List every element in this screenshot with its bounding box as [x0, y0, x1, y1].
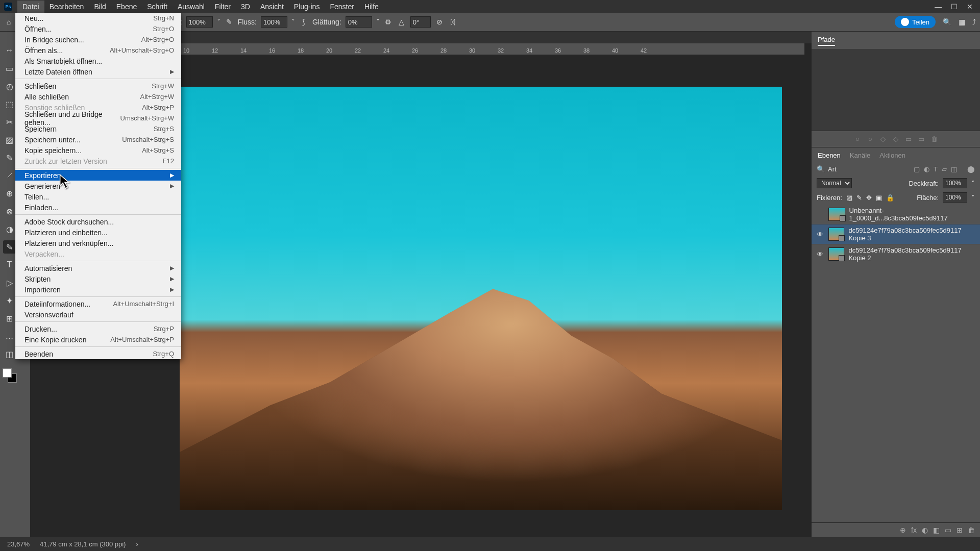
filter-smart-icon[interactable]: ◫	[951, 165, 957, 173]
layer-footer-icon[interactable]: ⊕	[900, 526, 906, 534]
menu-item-speichern-unter[interactable]: Speichern unter...Umschalt+Strg+S	[15, 134, 181, 145]
menu-fenster[interactable]: Fenster	[325, 1, 359, 13]
export-icon[interactable]: ⤴	[972, 18, 976, 26]
menu-item-versionsverlauf[interactable]: Versionsverlauf	[15, 309, 181, 320]
menu-item-skripten[interactable]: Skripten▶	[15, 273, 181, 284]
lock-transparency-icon[interactable]: ▨	[846, 194, 852, 202]
fill-dropdown-icon[interactable]: ˅	[971, 194, 975, 202]
search-icon[interactable]: 🔍	[943, 18, 951, 26]
menu-bearbeiten[interactable]: Bearbeiten	[44, 1, 89, 13]
tool-12[interactable]: T	[3, 258, 16, 271]
filter-pixel-icon[interactable]: ▢	[914, 165, 920, 173]
close-button[interactable]: ✕	[967, 3, 973, 11]
menu-item-speichern[interactable]: SpeichernStrg+S	[15, 123, 181, 134]
smoothing-dropdown-icon[interactable]: ˅	[376, 18, 380, 26]
menu-schrift[interactable]: Schrift	[142, 1, 173, 13]
menu-item-ffnen[interactable]: Öffnen...Strg+O	[15, 23, 181, 34]
menu-ebene[interactable]: Ebene	[111, 1, 142, 13]
menu-item-beenden[interactable]: BeendenStrg+Q	[15, 348, 181, 359]
layer-footer-icon[interactable]: ▭	[945, 526, 951, 534]
flow-input[interactable]	[261, 16, 287, 28]
menu-filter[interactable]: Filter	[210, 1, 236, 13]
opacity-dropdown-icon[interactable]: ˅	[217, 18, 220, 26]
filter-type-icon[interactable]: T	[934, 165, 938, 173]
menu-item-neu[interactable]: Neu...Strg+N	[15, 13, 181, 23]
angle-input[interactable]	[410, 16, 431, 28]
tool-16[interactable]: …	[3, 330, 16, 343]
menu-datei[interactable]: Datei	[17, 1, 44, 13]
tab-kanäle[interactable]: Kanäle	[850, 152, 870, 159]
menu-item-dateiinformationen[interactable]: Dateiinformationen...Alt+Umschalt+Strg+I	[15, 298, 181, 309]
layer-footer-icon[interactable]: ◧	[933, 526, 940, 534]
tool-8[interactable]: ⊕	[3, 187, 16, 200]
tool-15[interactable]: ⊞	[3, 312, 16, 325]
tool-7[interactable]: ⟋	[3, 169, 16, 182]
menu-item-schlie-en[interactable]: SchließenStrg+W	[15, 81, 181, 91]
opacity-input[interactable]	[186, 16, 213, 28]
tool-0[interactable]: ↔	[3, 44, 16, 57]
filter-type-input[interactable]	[828, 165, 859, 173]
menu-item-generieren[interactable]: Generieren▶	[15, 181, 181, 191]
layer-row[interactable]: 👁dc59124e7f79a08c3bca509fec5d9117 Kopie …	[812, 224, 980, 244]
tool-17[interactable]: ◫	[3, 347, 16, 361]
menu-item-letzte-dateien-ffnen[interactable]: Letzte Dateien öffnen▶	[15, 66, 181, 77]
tab-aktionen[interactable]: Aktionen	[879, 152, 905, 159]
visibility-icon[interactable]: 👁	[816, 251, 824, 258]
menu-item-exportieren[interactable]: Exportieren▶	[15, 170, 181, 181]
tool-4[interactable]: ✂	[3, 115, 16, 129]
menu-item-eine-kopie-drucken[interactable]: Eine Kopie druckenAlt+Umschalt+Strg+P	[15, 334, 181, 345]
layer-footer-icon[interactable]: 🗑	[968, 526, 975, 534]
path-footer-icon[interactable]: ◇	[892, 135, 899, 143]
tool-10[interactable]: ◑	[3, 222, 16, 236]
lock-all-icon[interactable]: 🔒	[886, 194, 894, 202]
menu-item-automatisieren[interactable]: Automatisieren▶	[15, 263, 181, 273]
path-footer-icon[interactable]: ○	[867, 135, 874, 143]
menu-ansicht[interactable]: Ansicht	[255, 1, 289, 13]
tab-ebenen[interactable]: Ebenen	[818, 152, 841, 159]
menu-item-adobe-stock-durchsuchen[interactable]: Adobe Stock durchsuchen...	[15, 216, 181, 227]
pressure-opacity-icon[interactable]: ✎	[225, 17, 234, 27]
menu-item-schlie-en-und-zu-bridge-gehen[interactable]: Schließen und zu Bridge gehen...Umschalt…	[15, 113, 181, 123]
status-arrow-icon[interactable]: ›	[136, 540, 138, 548]
menu-item-ffnen-als[interactable]: Öffnen als...Alt+Umschalt+Strg+O	[15, 45, 181, 56]
blend-mode-select[interactable]: Normal	[817, 178, 852, 188]
layer-thumbnail[interactable]	[828, 247, 845, 261]
lock-artboard-icon[interactable]: ▣	[876, 194, 882, 202]
tool-1[interactable]: ▭	[3, 62, 16, 75]
tab-paths[interactable]: Pfade	[818, 36, 835, 46]
filter-adjust-icon[interactable]: ◐	[924, 165, 929, 173]
menu-item-kopie-speichern[interactable]: Kopie speichern...Alt+Strg+S	[15, 145, 181, 156]
menu-item-importieren[interactable]: Importieren▶	[15, 284, 181, 295]
artboard[interactable]	[180, 87, 782, 510]
path-footer-icon[interactable]: ▭	[918, 135, 925, 143]
layer-thumbnail[interactable]	[828, 208, 845, 221]
menu-bild[interactable]: Bild	[89, 1, 111, 13]
path-footer-icon[interactable]: ○	[854, 135, 861, 143]
layer-footer-icon[interactable]: ◐	[922, 526, 928, 534]
symmetry-icon[interactable]: ᛞ	[448, 17, 457, 27]
tool-3[interactable]: ⬚	[3, 97, 16, 111]
menu-item-einladen[interactable]: Einladen...	[15, 202, 181, 213]
menu-item-in-bridge-suchen[interactable]: In Bridge suchen...Alt+Strg+O	[15, 34, 181, 45]
menu-plug-ins[interactable]: Plug-ins	[289, 1, 325, 13]
fill-input[interactable]	[943, 192, 967, 203]
workspace-icon[interactable]: ▦	[959, 18, 965, 26]
layer-footer-icon[interactable]: ⊞	[957, 526, 963, 534]
color-swatches[interactable]	[3, 368, 17, 383]
path-footer-icon[interactable]: 🗑	[930, 135, 938, 143]
share-button[interactable]: Teilen	[895, 16, 936, 28]
layer-opacity-input[interactable]	[943, 178, 967, 188]
tool-13[interactable]: ▷	[3, 276, 16, 289]
opacity-dropdown-icon[interactable]: ˅	[971, 180, 975, 187]
pressure-size-icon[interactable]: ⊘	[435, 17, 444, 27]
lock-position-icon[interactable]: ✥	[866, 194, 872, 202]
menu-item-teilen[interactable]: Teilen...	[15, 191, 181, 202]
layer-thumbnail[interactable]	[828, 228, 845, 241]
path-footer-icon[interactable]: ▭	[905, 135, 912, 143]
menu-item-platzieren-und-verkn-pfen[interactable]: Platzieren und verknüpfen...	[15, 238, 181, 248]
path-footer-icon[interactable]: ◇	[879, 135, 887, 143]
tool-6[interactable]: ✎	[3, 151, 16, 164]
search-icon[interactable]: 🔍	[817, 165, 825, 173]
layer-row[interactable]: Unbenannt-1_0000_d...8c3bca509fec5d9117	[812, 205, 980, 224]
tool-2[interactable]: ◴	[3, 80, 16, 93]
